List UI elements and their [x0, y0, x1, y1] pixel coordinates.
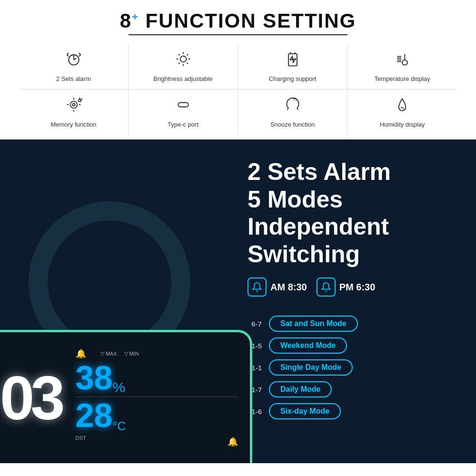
- feature-charging-label: Charging support: [269, 75, 317, 82]
- alarm-title-line2: 5 Modes Independent Switching: [248, 186, 457, 268]
- title-area: 8+ FUNCTION SETTING: [19, 10, 457, 35]
- svg-text:%: %: [400, 106, 404, 110]
- svg-line-5: [67, 53, 69, 55]
- temp-unit: °C: [112, 420, 126, 432]
- feature-memory-label: Memory function: [50, 121, 96, 128]
- features-row2: Memory function Type-c port z Snooze fu: [19, 89, 457, 135]
- clock-min-max: ▽ MAX ▽ MIN: [100, 351, 139, 357]
- alarm-times: AM 8:30 PM 6:30: [248, 278, 457, 297]
- snooze-icon: z: [284, 96, 301, 117]
- svg-line-15: [178, 63, 179, 64]
- svg-point-25: [70, 101, 77, 108]
- feature-typec: Type-c port: [129, 89, 238, 135]
- feature-memory: Memory function: [19, 89, 129, 135]
- mode-badge-2: Single Day Mode: [269, 359, 353, 376]
- temperature-icon: [394, 50, 411, 71]
- feature-snooze: z Snooze function: [238, 89, 347, 135]
- mode-badge-4: Six-day Mode: [269, 403, 341, 419]
- temp-value: 28: [76, 399, 113, 432]
- svg-line-6: [79, 53, 80, 55]
- svg-line-4: [79, 55, 80, 57]
- svg-text:z: z: [293, 97, 295, 101]
- alarm-title-line1: 2 Sets Alarm: [248, 159, 457, 186]
- svg-point-32: [79, 99, 80, 101]
- alarm-title: 2 Sets Alarm 5 Modes Independent Switchi…: [248, 159, 457, 268]
- charging-icon: [284, 50, 301, 71]
- modes-list: 6-7 Sat and Sun Mode 1-5 Weekend Mode 1-…: [248, 316, 457, 419]
- bell-bottom-icon: 🔔: [228, 436, 238, 447]
- humidity-value: 38: [76, 361, 113, 395]
- mode-badge-1: Weekend Mode: [269, 337, 347, 354]
- mode-badge-3: Daily Mode: [269, 381, 332, 397]
- mode-badge-0: Sat and Sun Mode: [269, 316, 358, 332]
- bottom-section: 03 🔔 ▽ MAX ▽ MIN 38% 28°C: [0, 139, 476, 463]
- max-label: ▽ MAX: [100, 351, 117, 357]
- alarm-bell-1-icon: [248, 278, 267, 297]
- mode-item-4: 1-6 Six-day Mode: [248, 403, 457, 419]
- svg-point-7: [180, 56, 186, 62]
- title-underline: [129, 34, 347, 35]
- typec-icon: [175, 96, 192, 117]
- feature-charging: Charging support: [238, 44, 347, 89]
- mode-item-1: 1-5 Weekend Mode: [248, 337, 457, 354]
- mode-item-0: 6-7 Sat and Sun Mode: [248, 316, 457, 332]
- clock-top-row: 🔔 ▽ MAX ▽ MIN: [76, 348, 139, 359]
- humidity-unit: %: [112, 380, 125, 395]
- feature-temperature: Temperature display: [347, 44, 457, 89]
- right-panel: 2 Sets Alarm 5 Modes Independent Switchi…: [238, 139, 476, 463]
- feature-brightness: Brightness adjustable: [129, 44, 238, 89]
- min-label: ▽ MIN: [124, 351, 139, 357]
- svg-line-3: [67, 55, 69, 57]
- clock-device: 03 🔔 ▽ MAX ▽ MIN 38% 28°C: [0, 330, 252, 463]
- feature-humidity: % Humidity display: [347, 89, 457, 135]
- alarm-time-1-label: AM 8:30: [270, 282, 307, 293]
- feature-temperature-label: Temperature display: [374, 75, 430, 82]
- feature-humidity-label: Humidity display: [380, 121, 425, 128]
- feature-typec-label: Type-c port: [168, 121, 198, 128]
- title-plus: +: [132, 11, 139, 23]
- feature-brightness-label: Brightness adjustable: [153, 75, 212, 82]
- main-title: 8+ FUNCTION SETTING: [120, 10, 357, 32]
- svg-line-14: [187, 54, 188, 56]
- dst-label: DST: [76, 435, 86, 447]
- memory-icon: [65, 96, 82, 117]
- features-row1: 2 Sets alarm Brightness adjustable: [19, 44, 457, 89]
- svg-point-23: [402, 60, 407, 65]
- alarm-time-1: AM 8:30: [248, 278, 307, 297]
- svg-line-36: [287, 108, 288, 110]
- title-number: 8: [120, 10, 132, 32]
- temp-row: 28°C: [76, 399, 126, 432]
- humidity-row: 38%: [76, 361, 126, 395]
- clock-time: 03: [0, 367, 61, 429]
- brightness-icon: [175, 50, 192, 71]
- svg-line-34: [81, 99, 82, 99]
- top-section: 8+ FUNCTION SETTING 2 Sets alarm: [0, 0, 476, 139]
- clock-bell-icon: 🔔: [76, 348, 86, 359]
- alarm-icon: [65, 50, 82, 71]
- svg-point-26: [72, 103, 75, 106]
- alarm-time-2-label: PM 6:30: [339, 282, 376, 293]
- mode-item-3: 1-7 Daily Mode: [248, 381, 457, 397]
- svg-line-37: [297, 108, 298, 110]
- svg-line-12: [178, 54, 179, 56]
- mode-range-0: 6-7: [248, 320, 262, 328]
- left-panel: 03 🔔 ▽ MAX ▽ MIN 38% 28°C: [0, 139, 238, 463]
- svg-line-13: [187, 63, 188, 64]
- feature-alarm-label: 2 Sets alarm: [56, 75, 91, 82]
- svg-rect-35: [178, 103, 188, 107]
- bottom-labels: DST 🔔: [76, 434, 238, 447]
- clock-right-panel: 🔔 ▽ MAX ▽ MIN 38% 28°C DST 🔔: [76, 348, 238, 447]
- feature-snooze-label: Snooze function: [270, 121, 315, 128]
- feature-alarm: 2 Sets alarm: [19, 44, 129, 89]
- mode-item-2: 1-1 Single Day Mode: [248, 359, 457, 376]
- humidity-icon: %: [394, 96, 411, 117]
- title-text: FUNCTION SETTING: [146, 10, 357, 32]
- alarm-bell-2-icon: [317, 278, 336, 297]
- alarm-time-2: PM 6:30: [317, 278, 376, 297]
